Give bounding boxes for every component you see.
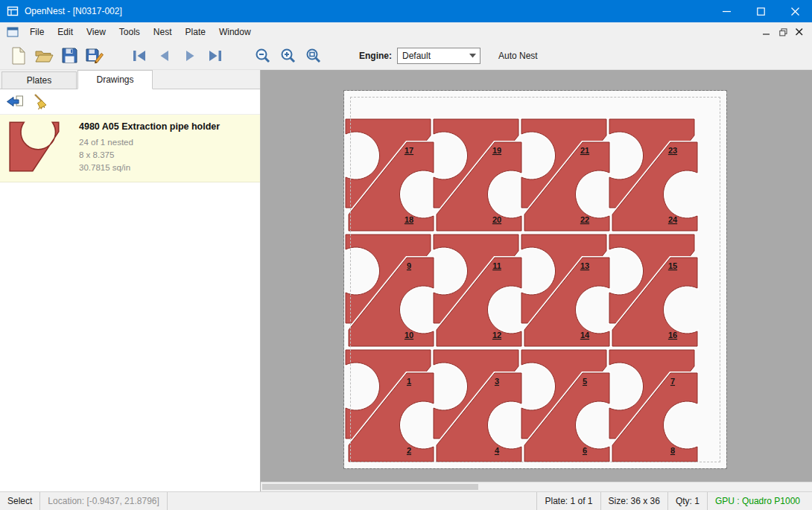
part-number-top[interactable]: 5 — [583, 377, 587, 386]
zoom-out-button[interactable] — [250, 44, 276, 68]
mdi-restore-icon — [779, 28, 787, 36]
mdi-close-icon — [796, 28, 803, 36]
part-thumbnail — [7, 120, 63, 175]
part-number-top[interactable]: 17 — [405, 146, 413, 155]
tab-strip: Plates Drawings — [0, 70, 260, 89]
new-document-icon — [10, 47, 27, 65]
menu-item-file[interactable]: File — [23, 22, 51, 42]
part-number-top[interactable]: 15 — [668, 261, 677, 270]
main-toolbar: Engine: Default Auto Nest — [0, 42, 812, 70]
zoom-fit-icon — [305, 47, 323, 65]
nested-part-pair[interactable]: 78 — [609, 350, 697, 462]
horizontal-scrollbar-thumb[interactable] — [262, 484, 478, 490]
part-number-top[interactable]: 19 — [492, 146, 501, 155]
part-number-bottom[interactable]: 14 — [580, 331, 590, 340]
part-number-top[interactable]: 21 — [580, 146, 589, 155]
app-icon — [7, 5, 19, 17]
part-number-bottom[interactable]: 24 — [668, 215, 678, 224]
part-number-bottom[interactable]: 2 — [407, 446, 411, 455]
nested-part-pair[interactable]: 56 — [521, 350, 609, 462]
part-number-top[interactable]: 1 — [407, 377, 411, 386]
save-as-icon — [86, 47, 104, 65]
zoom-fit-button[interactable] — [301, 44, 326, 68]
nested-part-pair[interactable]: 910 — [346, 235, 434, 346]
part-number-bottom[interactable]: 4 — [495, 446, 500, 455]
part-number-bottom[interactable]: 18 — [405, 215, 413, 224]
nested-part-pair[interactable]: 2324 — [609, 119, 697, 231]
statusbar: Select Location: [-0.9437, 21.8796] Plat… — [0, 491, 812, 510]
engine-select[interactable]: Default — [397, 48, 480, 64]
part-number-bottom[interactable]: 20 — [492, 215, 501, 224]
mdi-restore-button[interactable] — [775, 25, 791, 39]
tab-plates[interactable]: Plates — [1, 71, 77, 89]
maximize-icon — [757, 7, 765, 16]
menu-item-tools[interactable]: Tools — [112, 22, 147, 42]
menu-item-nest[interactable]: Nest — [147, 22, 179, 42]
status-location: Location: [-0.9437, 21.8796] — [40, 492, 167, 510]
drawing-list-item[interactable]: 4980 A05 Extraction pipe holder 24 of 1 … — [0, 115, 260, 182]
part-number-bottom[interactable]: 22 — [580, 215, 589, 224]
part-number-bottom[interactable]: 12 — [492, 331, 501, 340]
part-number-top[interactable]: 11 — [492, 261, 501, 270]
drawing-nested-count: 24 of 1 nested — [79, 136, 220, 149]
status-mode: Select — [0, 492, 40, 510]
new-button[interactable] — [6, 44, 31, 68]
nested-part-pair[interactable]: 1718 — [346, 119, 434, 231]
part-number-bottom[interactable]: 6 — [583, 446, 587, 455]
tab-drawings[interactable]: Drawings — [77, 70, 153, 89]
go-previous-button[interactable] — [152, 44, 177, 68]
chevron-down-icon — [469, 54, 480, 58]
close-icon — [791, 7, 799, 16]
nested-part-pair[interactable]: 34 — [434, 350, 521, 462]
minimize-button[interactable] — [709, 0, 743, 22]
horizontal-scrollbar[interactable] — [261, 482, 812, 491]
nested-part-pair[interactable]: 12 — [346, 350, 434, 462]
save-icon — [61, 47, 78, 64]
part-number-top[interactable]: 13 — [580, 261, 589, 270]
nest-canvas[interactable]: 171819202122232491011121314151612345678 — [261, 70, 812, 491]
nested-part-pair[interactable]: 1112 — [434, 235, 521, 346]
plate[interactable]: 171819202122232491011121314151612345678 — [344, 91, 726, 468]
window-title: OpenNest - [N0317-002] — [25, 6, 122, 16]
close-button[interactable] — [778, 0, 812, 22]
nested-part-pair[interactable]: 2122 — [521, 119, 609, 231]
menu-item-window[interactable]: Window — [212, 22, 258, 42]
nested-part-pair[interactable]: 1314 — [521, 235, 609, 346]
go-first-button[interactable] — [127, 44, 152, 68]
menu-item-view[interactable]: View — [80, 22, 112, 42]
part-number-bottom[interactable]: 8 — [670, 446, 675, 455]
go-last-icon — [206, 48, 224, 63]
part-number-top[interactable]: 3 — [495, 377, 499, 386]
zoom-in-button[interactable] — [276, 44, 301, 68]
zoom-in-icon — [279, 47, 297, 65]
part-number-top[interactable]: 9 — [407, 261, 411, 270]
auto-nest-button[interactable]: Auto Nest — [498, 51, 538, 61]
plate-svg: 171819202122232491011121314151612345678 — [344, 91, 726, 468]
titlebar: OpenNest - [N0317-002] — [0, 0, 812, 22]
nested-part-pair[interactable]: 1920 — [434, 119, 521, 231]
go-next-icon — [181, 48, 199, 63]
mdi-child-icon — [7, 27, 19, 37]
send-left-button[interactable] — [4, 92, 25, 112]
save-button[interactable] — [57, 44, 82, 68]
part-number-top[interactable]: 7 — [670, 377, 675, 386]
send-left-icon — [6, 94, 24, 110]
open-button[interactable] — [31, 44, 57, 68]
nested-part-pair[interactable]: 1516 — [609, 235, 697, 346]
minimize-icon — [723, 7, 731, 16]
maximize-button[interactable] — [743, 0, 778, 22]
mdi-minimize-button[interactable] — [758, 25, 775, 39]
menu-item-edit[interactable]: Edit — [51, 22, 80, 42]
broom-button[interactable] — [31, 92, 52, 112]
part-number-top[interactable]: 23 — [668, 146, 677, 155]
go-next-button[interactable] — [177, 44, 203, 68]
menu-item-plate[interactable]: Plate — [179, 22, 212, 42]
save-as-button[interactable] — [82, 44, 107, 68]
open-folder-icon — [34, 47, 54, 65]
mdi-close-button[interactable] — [791, 25, 808, 39]
part-number-bottom[interactable]: 16 — [668, 331, 677, 340]
status-qty: Qty: 1 — [668, 492, 708, 510]
application-window: OpenNest - [N0317-002] File Ed — [0, 0, 812, 510]
part-number-bottom[interactable]: 10 — [405, 331, 413, 340]
go-last-button[interactable] — [203, 44, 228, 68]
